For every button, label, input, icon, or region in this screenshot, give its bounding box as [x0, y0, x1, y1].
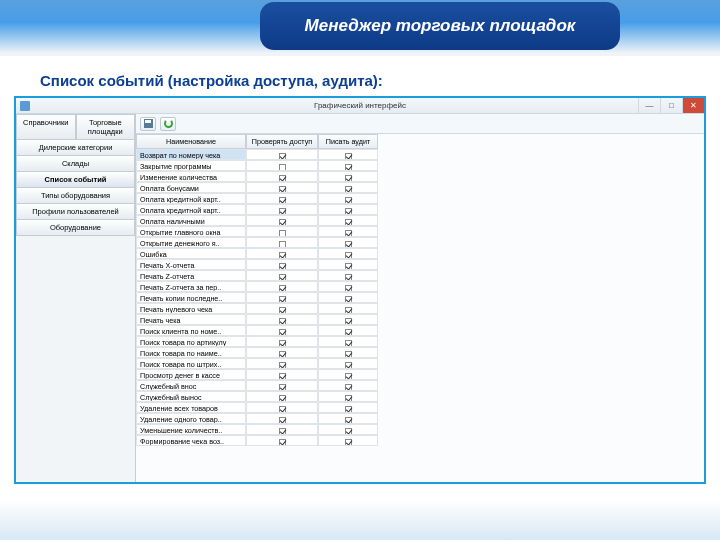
row-name[interactable]: Печать копии последне.. [136, 292, 246, 303]
row-audit-cell[interactable] [318, 347, 378, 358]
checkbox-icon[interactable] [345, 428, 352, 435]
row-audit-cell[interactable] [318, 292, 378, 303]
row-name[interactable]: Поиск товара по штрих.. [136, 358, 246, 369]
checkbox-icon[interactable] [345, 208, 352, 215]
row-name[interactable]: Ошибка [136, 248, 246, 259]
checkbox-icon[interactable] [345, 318, 352, 325]
checkbox-icon[interactable] [279, 362, 286, 369]
row-access-cell[interactable] [246, 336, 318, 347]
row-audit-cell[interactable] [318, 226, 378, 237]
checkbox-icon[interactable] [345, 153, 352, 160]
checkbox-icon[interactable] [345, 175, 352, 182]
checkbox-icon[interactable] [345, 329, 352, 336]
checkbox-icon[interactable] [279, 263, 286, 270]
row-access-cell[interactable] [246, 413, 318, 424]
row-access-cell[interactable] [246, 182, 318, 193]
grid-header-0[interactable]: Наименование [136, 134, 246, 149]
checkbox-icon[interactable] [279, 252, 286, 259]
row-name[interactable]: Поиск товара по наиме.. [136, 347, 246, 358]
checkbox-icon[interactable] [345, 252, 352, 259]
checkbox-icon[interactable] [279, 340, 286, 347]
checkbox-icon[interactable] [345, 307, 352, 314]
row-access-cell[interactable] [246, 358, 318, 369]
row-access-cell[interactable] [246, 435, 318, 446]
checkbox-icon[interactable] [345, 274, 352, 281]
row-audit-cell[interactable] [318, 237, 378, 248]
row-access-cell[interactable] [246, 204, 318, 215]
row-access-cell[interactable] [246, 281, 318, 292]
row-audit-cell[interactable] [318, 171, 378, 182]
row-audit-cell[interactable] [318, 215, 378, 226]
row-access-cell[interactable] [246, 347, 318, 358]
row-access-cell[interactable] [246, 303, 318, 314]
row-access-cell[interactable] [246, 314, 318, 325]
checkbox-icon[interactable] [345, 406, 352, 413]
row-access-cell[interactable] [246, 270, 318, 281]
sidebar-tab-0[interactable]: Справочники [16, 114, 76, 140]
checkbox-icon[interactable] [279, 186, 286, 193]
checkbox-icon[interactable] [279, 153, 286, 160]
checkbox-icon[interactable] [345, 340, 352, 347]
checkbox-icon[interactable] [279, 428, 286, 435]
row-access-cell[interactable] [246, 424, 318, 435]
row-access-cell[interactable] [246, 292, 318, 303]
row-name[interactable]: Формирование чека воз.. [136, 435, 246, 446]
window-titlebar[interactable]: Графический интерфейс — □ ✕ [16, 98, 704, 114]
row-name[interactable]: Оплата кредитной карт.. [136, 204, 246, 215]
row-audit-cell[interactable] [318, 303, 378, 314]
checkbox-icon[interactable] [279, 230, 286, 237]
checkbox-icon[interactable] [345, 285, 352, 292]
checkbox-icon[interactable] [279, 208, 286, 215]
row-audit-cell[interactable] [318, 193, 378, 204]
row-audit-cell[interactable] [318, 424, 378, 435]
row-name[interactable]: Возврат по номеру чека [136, 149, 246, 160]
row-name[interactable]: Печать Z-отчета за пер.. [136, 281, 246, 292]
row-audit-cell[interactable] [318, 435, 378, 446]
maximize-button[interactable]: □ [660, 98, 682, 113]
row-audit-cell[interactable] [318, 325, 378, 336]
row-name[interactable]: Оплата кредитной карт.. [136, 193, 246, 204]
row-access-cell[interactable] [246, 160, 318, 171]
row-audit-cell[interactable] [318, 358, 378, 369]
checkbox-icon[interactable] [279, 175, 286, 182]
checkbox-icon[interactable] [279, 318, 286, 325]
events-grid[interactable]: НаименованиеПроверять доступПисать аудит… [136, 134, 704, 446]
row-audit-cell[interactable] [318, 160, 378, 171]
row-name[interactable]: Открытие главного окна [136, 226, 246, 237]
row-name[interactable]: Печать Z-отчета [136, 270, 246, 281]
checkbox-icon[interactable] [279, 329, 286, 336]
checkbox-icon[interactable] [345, 296, 352, 303]
checkbox-icon[interactable] [279, 417, 286, 424]
row-audit-cell[interactable] [318, 204, 378, 215]
row-audit-cell[interactable] [318, 391, 378, 402]
sidebar-item-0[interactable]: Дилерские категории [16, 140, 135, 156]
checkbox-icon[interactable] [345, 395, 352, 402]
sidebar-item-1[interactable]: Склады [16, 156, 135, 172]
row-name[interactable]: Печать чека [136, 314, 246, 325]
checkbox-icon[interactable] [345, 241, 352, 248]
checkbox-icon[interactable] [279, 373, 286, 380]
checkbox-icon[interactable] [345, 417, 352, 424]
checkbox-icon[interactable] [279, 274, 286, 281]
checkbox-icon[interactable] [345, 186, 352, 193]
row-name[interactable]: Поиск товара по артикулу [136, 336, 246, 347]
row-audit-cell[interactable] [318, 336, 378, 347]
checkbox-icon[interactable] [345, 197, 352, 204]
checkbox-icon[interactable] [345, 373, 352, 380]
sidebar-tab-1[interactable]: Торговые площадки [76, 114, 136, 140]
row-name[interactable]: Печать нулевого чека [136, 303, 246, 314]
refresh-button[interactable] [160, 117, 176, 131]
row-name[interactable]: Оплата наличными [136, 215, 246, 226]
row-audit-cell[interactable] [318, 182, 378, 193]
checkbox-icon[interactable] [279, 351, 286, 358]
checkbox-icon[interactable] [279, 285, 286, 292]
row-audit-cell[interactable] [318, 402, 378, 413]
checkbox-icon[interactable] [279, 307, 286, 314]
row-name[interactable]: Удаление одного товар.. [136, 413, 246, 424]
row-name[interactable]: Изменение количества [136, 171, 246, 182]
sidebar-item-4[interactable]: Профили пользователей [16, 204, 135, 220]
row-audit-cell[interactable] [318, 281, 378, 292]
row-audit-cell[interactable] [318, 149, 378, 160]
row-name[interactable]: Просмотр денег в кассе [136, 369, 246, 380]
checkbox-icon[interactable] [345, 230, 352, 237]
